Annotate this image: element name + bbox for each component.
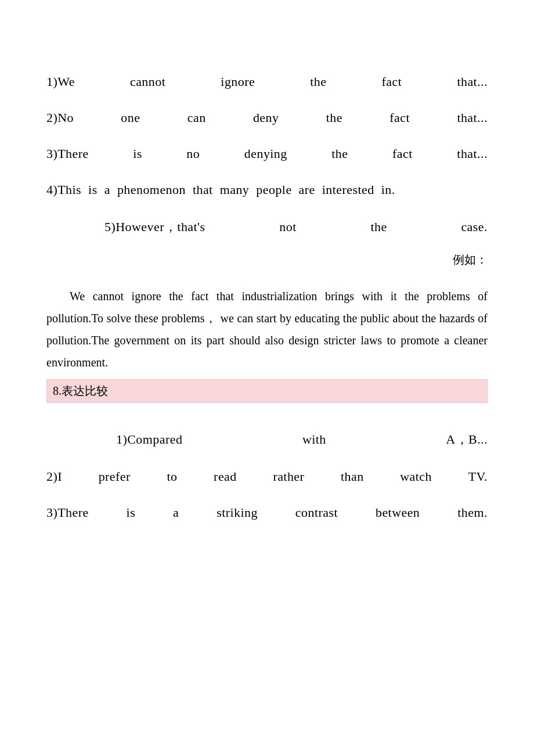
- sentence-3: 3)There is no denying the fact that...: [46, 136, 488, 172]
- s1-part4: the: [310, 74, 326, 89]
- s4-part9: interested: [322, 182, 374, 197]
- s1-part6: that...: [457, 74, 488, 89]
- example-paragraph: We cannot ignore the fact that industria…: [46, 285, 488, 373]
- top-spacer: [46, 35, 488, 64]
- s4-part2: is: [88, 182, 98, 197]
- s1-part1: 1)We: [46, 74, 75, 89]
- s2-part6: fact: [389, 110, 410, 125]
- s4-part1: 4)This: [46, 182, 81, 197]
- s5-part1: 5)However，that's: [104, 218, 205, 236]
- sentence-1: 1)We cannot ignore the fact that...: [46, 64, 488, 100]
- s1-part5: fact: [382, 74, 402, 89]
- s3-part6: fact: [392, 146, 413, 161]
- s4-part8: are: [299, 182, 315, 197]
- section-header-compare: 8.表达比较: [46, 379, 488, 403]
- c3-part2: is: [127, 505, 136, 520]
- c3-part6: between: [376, 505, 420, 520]
- s4-part3: a: [104, 182, 110, 197]
- s2-part4: deny: [253, 110, 279, 125]
- c1-part1: 1)Compared: [116, 432, 182, 447]
- compare-sentence-2: 2)I prefer to read rather than watch TV.: [46, 459, 488, 495]
- s3-part1: 3)There: [46, 146, 89, 161]
- s5-part4: case.: [461, 219, 488, 235]
- s5-part3: the: [370, 219, 387, 235]
- s2-part2: one: [121, 110, 140, 125]
- c2-part4: read: [214, 469, 237, 484]
- s1-part3: ignore: [221, 74, 255, 89]
- c1-part2: with: [302, 432, 326, 447]
- c2-part8: TV.: [468, 469, 488, 484]
- c2-part6: than: [341, 469, 364, 484]
- s3-part2: is: [133, 146, 142, 161]
- note-label: 例如：: [46, 246, 488, 273]
- sentence-5: 5)However，that's not the case.: [46, 208, 488, 246]
- s3-part4: denying: [244, 146, 287, 161]
- s4-part6: many: [220, 182, 250, 197]
- c2-part1: 2)I: [46, 469, 62, 484]
- s3-part7: that...: [457, 146, 488, 161]
- c3-part1: 3)There: [46, 505, 89, 520]
- s2-part1: 2)No: [46, 110, 74, 125]
- s4-part7: people: [256, 182, 291, 197]
- c2-part5: rather: [273, 469, 304, 484]
- compare-sentence-1: 1)Compared with A，B...: [46, 420, 488, 459]
- s3-part5: the: [331, 146, 348, 161]
- c2-part7: watch: [400, 469, 432, 484]
- c2-part2: prefer: [99, 469, 131, 484]
- s2-part7: that...: [457, 110, 488, 125]
- s4-part4: phenomenon: [117, 182, 186, 197]
- s2-part3: can: [187, 110, 206, 125]
- c1-part3: A，B...: [446, 431, 488, 448]
- s1-part2: cannot: [130, 74, 165, 89]
- c3-part5: contrast: [295, 505, 338, 520]
- s4-part5: that: [193, 182, 213, 197]
- c2-part3: to: [167, 469, 177, 484]
- c3-part3: a: [173, 505, 179, 520]
- s2-part5: the: [326, 110, 342, 125]
- sentence-4: 4)This is a phenomenon that many people …: [46, 172, 488, 208]
- c3-part7: them.: [457, 505, 488, 520]
- s3-part3: no: [186, 146, 200, 161]
- c3-part4: striking: [217, 505, 258, 520]
- s4-part10: in.: [381, 182, 395, 197]
- compare-sentence-3: 3)There is a striking contrast between t…: [46, 495, 488, 531]
- sentence-2: 2)No one can deny the fact that...: [46, 100, 488, 136]
- main-content: 1)We cannot ignore the fact that... 2)No…: [46, 35, 488, 531]
- s5-part2: not: [279, 219, 296, 235]
